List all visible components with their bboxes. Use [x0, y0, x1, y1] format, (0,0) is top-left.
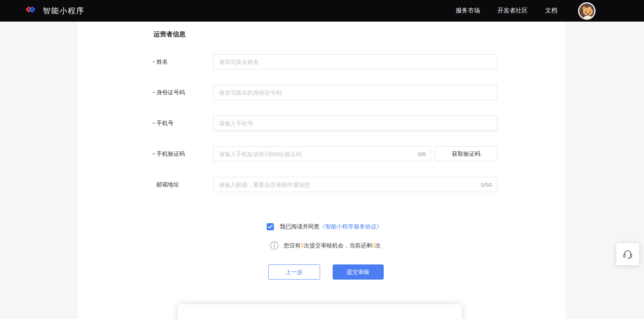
name-input[interactable]: [213, 54, 497, 69]
next-section-card-top: [178, 304, 462, 319]
customer-support-button[interactable]: [616, 243, 639, 265]
avatar-lion-icon: [579, 3, 594, 19]
required-asterisk: *: [153, 151, 156, 158]
user-avatar[interactable]: [578, 2, 596, 20]
operator-info-card: 运营者信息 * 姓名 * 身份证号码: [78, 22, 566, 319]
required-asterisk: *: [153, 120, 156, 127]
checkmark-icon: [268, 225, 273, 229]
actions-row: 上一步 提交审核: [82, 264, 570, 280]
sms-code-input[interactable]: [213, 146, 431, 161]
field-row-name: * 姓名: [78, 54, 566, 69]
agreement-text: 我已阅读并同意: [280, 223, 320, 230]
page: 智能小程序 服务市场 开发者社区 文档 运营者信息: [0, 0, 644, 319]
notice-row: 您仅有5次提交审核机会，当前还剩5次: [81, 241, 569, 250]
operator-info-form: * 姓名 * 身份证号码 *: [78, 54, 566, 208]
brand-title: 智能小程序: [43, 6, 84, 16]
remaining-attempts-total: 5: [301, 242, 304, 249]
required-asterisk: *: [153, 90, 156, 96]
nav-links: 服务市场 开发者社区 文档: [456, 2, 596, 20]
agreement-checkbox[interactable]: [267, 223, 274, 230]
phone-input[interactable]: [213, 116, 497, 131]
field-row-id-card: * 身份证号码: [78, 85, 566, 100]
info-icon: [270, 241, 278, 250]
nav-link-docs[interactable]: 文档: [545, 7, 557, 15]
nav-link-developer-community[interactable]: 开发者社区: [497, 7, 528, 15]
top-navbar: 智能小程序 服务市场 开发者社区 文档: [0, 0, 644, 22]
smart-program-logo-icon: [25, 5, 39, 17]
email-input[interactable]: [213, 177, 497, 192]
required-asterisk: *: [153, 59, 156, 66]
field-label-id-card: * 身份证号码: [78, 89, 213, 96]
nav-link-service-market[interactable]: 服务市场: [456, 7, 480, 15]
submit-review-button[interactable]: 提交审核: [333, 264, 384, 280]
previous-step-button[interactable]: 上一步: [268, 264, 320, 280]
get-sms-code-button[interactable]: 获取验证码: [435, 146, 497, 161]
section-title: 运营者信息: [153, 30, 186, 39]
field-label-name: * 姓名: [78, 58, 213, 66]
field-row-email: * 邮箱地址 0/50: [78, 177, 566, 192]
id-card-input[interactable]: [213, 85, 497, 100]
brand-logo[interactable]: 智能小程序: [25, 5, 84, 17]
field-label-sms-code: * 手机验证码: [78, 150, 213, 158]
field-row-sms-code: * 手机验证码 0/6 获取验证码: [78, 146, 566, 161]
notice-text: 您仅有5次提交审核机会，当前还剩5次: [284, 242, 381, 249]
field-label-phone: * 手机号: [78, 119, 213, 127]
agreement-row: 我已阅读并同意 《智能小程序服务协议》: [80, 223, 568, 230]
field-label-email: * 邮箱地址: [78, 181, 213, 188]
service-agreement-link[interactable]: 《智能小程序服务协议》: [320, 223, 382, 230]
field-row-phone: * 手机号: [78, 116, 566, 131]
headset-icon: [622, 249, 633, 260]
